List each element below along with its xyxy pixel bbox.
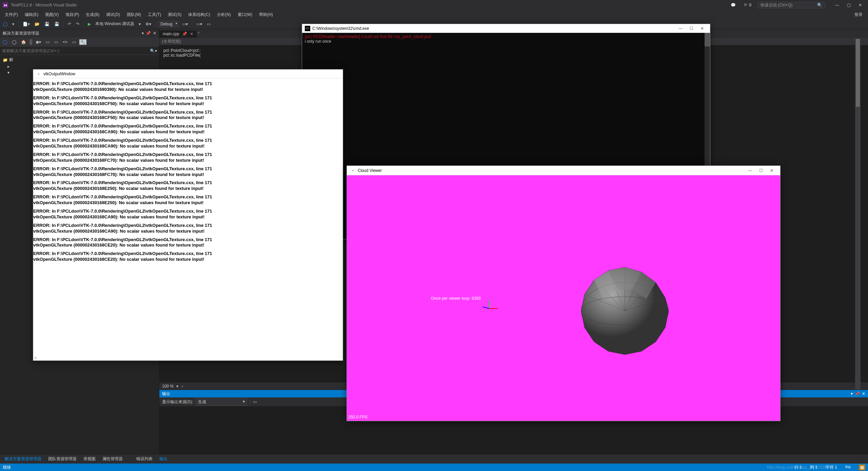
vtk-error-entry: ERROR: In F:\PCLdon\VTK-7.0.0\Rendering\… (33, 193, 343, 207)
output-tb-icon[interactable]: ▭ (253, 399, 257, 404)
toolbar-btn-1[interactable]: ▭▾ (180, 21, 190, 27)
menu-tools[interactable]: 工具(T) (144, 11, 164, 19)
panel-pin-icon[interactable]: 📌 (146, 31, 151, 36)
config-dropdown[interactable]: Debug (158, 21, 179, 27)
cloud-close-button[interactable]: ✕ (767, 167, 777, 174)
tab-error-list[interactable]: 错误列表 (133, 455, 156, 463)
debugger-label[interactable]: 本地 Windows 调试器 (94, 21, 136, 27)
status-square-icon[interactable]: ▦ (859, 465, 865, 470)
vtk-output-window[interactable]: ▫ vtkOutputWindow ERROR: In F:\PCLdon\VT… (33, 69, 343, 361)
undo-icon[interactable]: ↶ (66, 21, 73, 27)
tab-team-explorer[interactable]: 团队资源管理器 (45, 455, 80, 463)
menu-window[interactable]: 窗口(W) (234, 11, 256, 19)
cmd-maximize-button[interactable]: ☐ (686, 25, 696, 32)
notifications-icon[interactable]: 🏳 9 (742, 2, 753, 8)
expand-icon[interactable]: ▸ (7, 64, 9, 69)
cloud-loop-text: Once per viewer loop: 6393 (431, 296, 481, 301)
zoom-level[interactable]: 100 % (162, 384, 174, 389)
menu-team[interactable]: 团队(M) (123, 11, 144, 19)
menu-edit[interactable]: 编辑(E) (21, 11, 42, 19)
tb-icon-8[interactable]: 🔧 (79, 39, 86, 45)
tb-icon-3[interactable]: ◉▾ (34, 39, 42, 45)
scrollbar-thumb[interactable] (856, 39, 860, 107)
editor-tab-main-cpp[interactable]: main.cpp 📌 ✕ (159, 30, 197, 38)
tab-property-manager[interactable]: 属性管理器 (99, 455, 126, 463)
debugger-dropdown-icon[interactable]: ▾ (137, 21, 142, 27)
editor-scrollbar[interactable] (855, 38, 861, 390)
output-dropdown-icon[interactable]: ▾ (851, 391, 853, 396)
tree-item[interactable]: 📁 解 (1, 56, 158, 63)
menu-analyze[interactable]: 分析(N) (214, 11, 234, 19)
vtk-error-entry: ERROR: In F:\PCLdon\VTK-7.0.0\Rendering\… (33, 151, 343, 165)
solution-search[interactable]: 🔍▾ (0, 47, 159, 55)
run-icon[interactable]: ▶ (86, 21, 93, 27)
vtk-titlebar[interactable]: ▫ vtkOutputWindow (33, 70, 343, 78)
menu-project[interactable]: 项目(P) (62, 11, 82, 19)
menu-view[interactable]: 视图(V) (42, 11, 62, 19)
cmd-icon: C:\ (305, 26, 310, 31)
zoom-dropdown-icon[interactable]: ▾ (176, 384, 178, 389)
vtk-error-entry: ERROR: In F:\PCLdon\VTK-7.0.0\Rendering\… (33, 108, 343, 122)
menubar: 文件(F) 编辑(E) 视图(V) 项目(P) 生成(B) 调试(D) 团队(M… (0, 10, 868, 19)
toolbar-btn-3[interactable]: ▭ (205, 21, 212, 27)
cmd-titlebar[interactable]: C:\ C:\Windows\system32\cmd.exe — ☐ ✕ (302, 24, 710, 33)
home-icon[interactable]: ◯ (1, 39, 8, 45)
collapse-icon[interactable]: ▾ (7, 70, 9, 75)
nav-back-icon[interactable]: ◯ (1, 21, 9, 27)
menu-test[interactable]: 测试(S) (164, 11, 185, 19)
vtk-error-entry: ERROR: In F:\PCLdon\VTK-7.0.0\Rendering\… (33, 165, 343, 179)
tab-pin-icon[interactable]: 📌 (182, 32, 187, 36)
tb-icon-6[interactable]: <> (61, 39, 69, 45)
toolbar-btn-2[interactable]: ▭▾ (195, 21, 204, 27)
login-button[interactable]: 登录 (851, 11, 867, 19)
panel-close-icon[interactable]: ✕ (153, 31, 156, 36)
menu-arch[interactable]: 体系结构(C) (185, 11, 214, 19)
tb-icon-4[interactable]: ▭ (44, 39, 51, 45)
solution-search-input[interactable] (2, 48, 150, 53)
tb-home-icon[interactable]: 🏠 (20, 39, 27, 45)
tab-class-view[interactable]: 类视图 (80, 455, 99, 463)
quick-launch-input[interactable]: 快速启动 (Ctrl+Q) 🔍 (757, 2, 825, 8)
cloud-viewport[interactable]: Once per viewer loop: 6393 (347, 175, 780, 421)
open-file-icon[interactable]: 📂 (33, 21, 41, 27)
feedback-icon[interactable]: 💬 (729, 2, 738, 8)
output-pin-icon[interactable]: 📌 (855, 391, 860, 396)
save-icon[interactable]: 💾 (43, 21, 51, 27)
cloud-viewer-window[interactable]: ▫ Cloud Viewer — ☐ ✕ Once per viewer loo… (347, 165, 781, 421)
new-file-icon[interactable]: 📄▾ (21, 21, 32, 27)
tab-label: main.cpp (163, 32, 179, 36)
tb-icon-7[interactable]: ▭ (71, 39, 77, 45)
output-close-icon[interactable]: ✕ (862, 391, 865, 396)
tab-output[interactable]: 输出 (156, 455, 171, 463)
close-button[interactable]: ✕ (855, 2, 865, 8)
vtk-error-entry: ERROR: In F:\PCLdon\VTK-7.0.0\Rendering\… (33, 179, 343, 193)
vtk-content[interactable]: ERROR: In F:\PCLdon\VTK-7.0.0\Rendering\… (33, 78, 343, 360)
tab-close-icon[interactable]: ✕ (190, 32, 193, 36)
status-char: 字符 1 (826, 465, 837, 470)
notif-count: 9 (749, 3, 751, 7)
menu-file[interactable]: 文件(F) (1, 11, 21, 19)
output-source-dropdown[interactable]: 生成▾ (196, 398, 247, 406)
redo-icon[interactable]: ↷ (74, 21, 81, 27)
tree-item[interactable]: ▸ (1, 63, 158, 70)
minimize-button[interactable]: — (832, 2, 842, 8)
cloud-minimize-button[interactable]: — (745, 167, 755, 174)
tb-icon-2[interactable]: ◯ (11, 39, 18, 45)
menu-build[interactable]: 生成(B) (82, 11, 103, 19)
tb-icon-5[interactable]: ▭ (53, 39, 59, 45)
cloud-titlebar[interactable]: ▫ Cloud Viewer — ☐ ✕ (347, 166, 780, 175)
cloud-maximize-button[interactable]: ☐ (756, 167, 766, 174)
cmd-close-button[interactable]: ✕ (697, 25, 707, 32)
save-all-icon[interactable]: 💾 (53, 21, 61, 27)
maximize-button[interactable]: ▢ (844, 2, 854, 8)
tab-solution-explorer[interactable]: 解决方案资源管理器 (1, 455, 45, 463)
nav-fwd-icon[interactable]: ▾ (11, 21, 16, 27)
menu-debug[interactable]: 调试(D) (103, 11, 123, 19)
search-icon[interactable]: 🔍▾ (150, 48, 157, 53)
cmd-minimize-button[interactable]: — (675, 25, 686, 32)
panel-dropdown-icon[interactable]: ▾ (142, 31, 144, 36)
menu-help[interactable]: 帮助(H) (256, 11, 276, 19)
coordinate-axis (482, 300, 499, 314)
toolbar-misc-icon[interactable]: ⚙▾ (144, 21, 153, 27)
cmd-scroll-thumb[interactable] (705, 33, 710, 46)
